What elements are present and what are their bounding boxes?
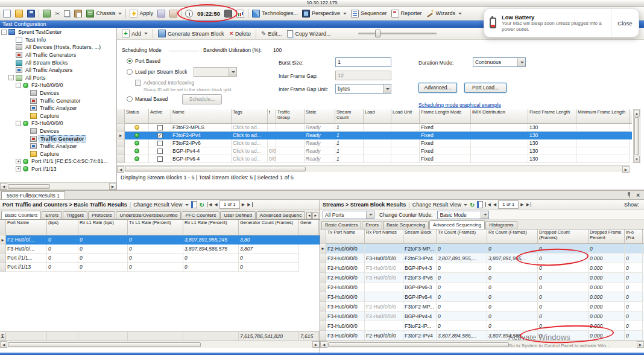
test-duration-button[interactable] xyxy=(183,8,195,19)
expand-toggle-icon[interactable]: - xyxy=(16,121,21,126)
column-header-rx-port-names[interactable]: Rx Port Names xyxy=(365,229,403,244)
stream-result-row-f2tof3-ipv6[interactable]: F2-Hu0/0/0/0F3-Hu0/0/0/0F2toF3-IPv60000.… xyxy=(320,273,644,283)
column-header-dropped-count-frames[interactable]: Dropped Count (Frames) xyxy=(538,229,589,244)
schedule-button[interactable]: Schedule... xyxy=(182,94,222,104)
tree-item-devices[interactable]: Devices xyxy=(0,89,116,97)
scroll-left-button[interactable]: ◀ xyxy=(320,341,327,348)
scrollbar-track[interactable] xyxy=(7,342,312,347)
stream-result-row-f3tof2-ip[interactable]: F3-Hu0/0/0/0F3toF2-IP...0000.0000 xyxy=(320,321,644,331)
active-cell[interactable]: ✓ xyxy=(149,132,171,139)
generate-stream-block-button[interactable]: Generate Stream Block xyxy=(156,29,226,38)
column-header-rx-l1-rate-bps[interactable]: Rx L1 Rate (bps) xyxy=(78,220,128,235)
port-result-row-f3-hu0-0[interactable]: F3-Hu0/0/...0003,807,894,586,5753,807 xyxy=(0,245,320,254)
scroll-right-button[interactable]: ▶ xyxy=(109,183,116,190)
edit-stream-block-button[interactable]: ✎ Edit... xyxy=(259,30,283,37)
active-checkbox[interactable] xyxy=(157,125,163,130)
change-result-view-button[interactable]: Change Result View xyxy=(412,202,467,208)
tree-item-all-traffic-analyzers[interactable]: All Traffic Analyzers xyxy=(0,66,116,74)
tree-item-capture[interactable]: Capture xyxy=(0,150,116,158)
column-header-rx-l1-rate-percent[interactable]: Rx L1 Rate (Percent) xyxy=(183,220,239,235)
scrollbar-thumb[interactable] xyxy=(634,117,639,155)
column-header-state[interactable]: State xyxy=(305,109,335,124)
column-header-fixed-frame-length[interactable]: Fixed Frame Length xyxy=(528,109,576,124)
paste-button[interactable] xyxy=(72,8,84,19)
save-button[interactable] xyxy=(25,8,37,19)
auto-hide-pin-icon[interactable] xyxy=(627,192,632,198)
column-header-stream-count[interactable]: Stream Count xyxy=(335,109,364,124)
tab-advanced-sequenc[interactable]: Advanced Sequenc xyxy=(256,211,305,219)
active-cell[interactable] xyxy=(149,155,171,163)
cut-button[interactable]: ✂ xyxy=(53,9,62,18)
burst-size-input[interactable] xyxy=(335,57,391,67)
expand-toggle-icon[interactable]: + xyxy=(16,166,21,171)
notebook-icon[interactable] xyxy=(191,201,197,208)
tree-item-all-ports[interactable]: -All Ports xyxy=(0,74,116,82)
stream-result-row-f2tof3-mp[interactable]: ▸F2-Hu0/0/0/0F2toF3-MP...0000 xyxy=(320,244,644,254)
tree-item-f3-hu0-0-0-0[interactable]: -F3-Hu0/0/0/0 xyxy=(0,120,116,127)
notebook-icon[interactable] xyxy=(477,201,483,208)
tab-basic-counters[interactable]: Basic Counters xyxy=(1,211,41,220)
chassis-menu-button[interactable]: Chassis xyxy=(84,8,124,19)
column-header-in-o-fra[interactable]: In-o (Fra xyxy=(625,229,643,244)
load-results-button[interactable] xyxy=(168,8,179,19)
active-cell[interactable] xyxy=(149,139,171,147)
expand-toggle-icon[interactable]: - xyxy=(8,75,14,80)
port-result-row-port-1-13[interactable]: Port //1/1300000 xyxy=(0,263,320,272)
duration-mode-select[interactable]: Continuous xyxy=(473,57,526,67)
scrollbar-track[interactable] xyxy=(124,167,622,171)
scrollbar-track[interactable] xyxy=(7,184,109,189)
first-page-button[interactable]: ◀ xyxy=(207,202,212,207)
stream-block-row-f3tof2-ipv6[interactable]: F3toF2-IPv6Click to ad...Ready1Fixed130 xyxy=(117,139,632,147)
scroll-right-button[interactable]: ▶ xyxy=(312,341,320,348)
capture-button[interactable] xyxy=(223,8,234,19)
stream-block-row-bgp-ipv4-4[interactable]: BGP-IPv4-4Click to ad...0/0/...Ready1Fix… xyxy=(117,147,632,155)
scroll-left-button[interactable]: ◀ xyxy=(0,183,7,190)
column-header-gene[interactable]: Gene xyxy=(299,220,319,235)
inter-frame-gap-input[interactable] xyxy=(335,71,391,80)
column-header-generator-count-frames[interactable]: Generator Count (Frames) xyxy=(239,220,299,235)
tree-item-f2-hu0-0-0-0[interactable]: -F2-Hu0/0/0/0 xyxy=(0,82,116,89)
stream-block-row-f3tof2-ipv4[interactable]: ▸✓F3toF2-IPv4Click to ad...Ready1Fixed13… xyxy=(117,132,632,139)
new-button[interactable] xyxy=(1,8,13,19)
next-page-button[interactable]: ▶ xyxy=(520,202,524,207)
expand-toggle-icon[interactable]: - xyxy=(16,83,21,88)
column-header-imix-distribution[interactable]: iMIX Distribution xyxy=(471,109,528,124)
tab-triggers[interactable]: Triggers xyxy=(63,211,87,219)
change-result-view-button[interactable]: Change Result View xyxy=(133,202,188,208)
column-header-tx-port-name[interactable]: Tx Port Name xyxy=(326,229,365,244)
tab-histograms[interactable]: Histograms xyxy=(485,221,517,229)
column-header-traffic-group[interactable]: Traffic Group xyxy=(276,109,305,124)
last-page-button[interactable]: ▶ xyxy=(526,202,531,207)
stream-table-horizontal-scrollbar[interactable]: ◀ ▶ xyxy=(117,165,630,172)
remote-desktop-titlebar[interactable]: 10.30.122.175 xyxy=(0,0,644,7)
scrollbar-thumb[interactable] xyxy=(8,184,50,189)
save-results-button[interactable] xyxy=(156,8,167,19)
active-cell[interactable] xyxy=(149,147,171,155)
tree-item-traffic-analyzer[interactable]: Traffic Analyzer xyxy=(0,104,116,112)
tree-item-sprent-testcenter[interactable]: -Sprent TestCenter xyxy=(0,28,116,36)
manual-based-radio[interactable] xyxy=(127,96,133,102)
scroll-left-button[interactable]: ◀ xyxy=(117,166,124,173)
load-per-stream-block-radio[interactable] xyxy=(127,69,133,75)
tab-undersize-oversize-jumbo[interactable]: Undersize/Oversize/Jumbo xyxy=(116,211,181,219)
load-per-stream-select[interactable] xyxy=(194,67,237,77)
scroll-left-button[interactable]: ◀ xyxy=(0,341,7,348)
expand-toggle-icon[interactable]: - xyxy=(1,30,7,35)
open-button[interactable] xyxy=(13,8,25,19)
load-slider-thumb[interactable] xyxy=(375,30,380,37)
last-page-button[interactable]: ▶ xyxy=(247,202,252,207)
port-filter-select[interactable]: All Ports xyxy=(323,211,374,219)
column-header-tx-count-frames[interactable]: Tx Count (Frames) xyxy=(437,229,487,244)
tree-item-all-stream-blocks[interactable]: All Stream Blocks xyxy=(0,59,116,66)
column-header-minimum-frame-length[interactable]: Minimum Frame Length xyxy=(576,109,630,124)
column-header-load-unit[interactable]: Load Unit xyxy=(391,109,420,124)
tree-item-traffic-generator[interactable]: Traffic Generator xyxy=(0,97,116,104)
tab-pfc-counters[interactable]: PFC Counters xyxy=(182,211,219,219)
advanced-interleaving-checkbox[interactable] xyxy=(135,80,141,86)
tab-scroll-right-button[interactable]: ▸ xyxy=(312,212,318,219)
stream-result-row-bgp-ipv4-4[interactable]: F3-Hu0/0/0/0F2-Hu0/0/0/0BGP-IPv4-40000.0… xyxy=(320,312,644,321)
charting-button[interactable] xyxy=(235,8,246,19)
tab-basic-sequencing[interactable]: Basic Sequencing xyxy=(383,221,429,229)
tree-item-port-1-1-fe-e5-c4-5c-74-81[interactable]: +Port //1/1 [FE:E5:C4:5C:74:81... xyxy=(0,158,116,165)
scroll-up-button[interactable]: ▲ xyxy=(634,110,640,117)
